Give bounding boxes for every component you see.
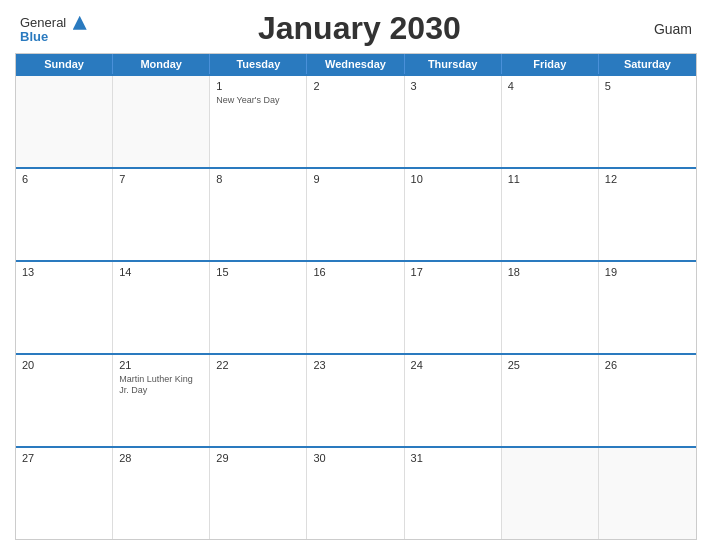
week4-sat: 26: [599, 355, 696, 446]
day-13: 13: [22, 266, 106, 278]
day-29: 29: [216, 452, 300, 464]
day-27: 27: [22, 452, 106, 464]
week4-sun: 20: [16, 355, 113, 446]
week5-sat: [599, 448, 696, 539]
week-5: 27 28 29 30 31: [16, 446, 696, 539]
week4-tue: 22: [210, 355, 307, 446]
day-2: 2: [313, 80, 397, 92]
day-3: 3: [411, 80, 495, 92]
day-11: 11: [508, 173, 592, 185]
week1-sat: 5: [599, 76, 696, 167]
col-sunday: Sunday: [16, 54, 113, 74]
calendar-title: January 2030: [87, 10, 632, 47]
day-25: 25: [508, 359, 592, 371]
day-24: 24: [411, 359, 495, 371]
logo: General Blue: [20, 14, 87, 43]
week1-thu: 3: [405, 76, 502, 167]
week5-tue: 29: [210, 448, 307, 539]
week-4: 20 21 Martin Luther King Jr. Day 22 23 2…: [16, 353, 696, 446]
calendar-body: 1 New Year's Day 2 3 4 5 6: [16, 74, 696, 539]
week3-mon: 14: [113, 262, 210, 353]
week4-mon: 21 Martin Luther King Jr. Day: [113, 355, 210, 446]
col-tuesday: Tuesday: [210, 54, 307, 74]
week5-thu: 31: [405, 448, 502, 539]
week3-sun: 13: [16, 262, 113, 353]
page: General Blue January 2030 Guam Sunday Mo…: [0, 0, 712, 550]
region-label: Guam: [632, 21, 692, 37]
week2-mon: 7: [113, 169, 210, 260]
col-wednesday: Wednesday: [307, 54, 404, 74]
col-monday: Monday: [113, 54, 210, 74]
day-8: 8: [216, 173, 300, 185]
week1-sun: [16, 76, 113, 167]
week1-fri: 4: [502, 76, 599, 167]
week5-sun: 27: [16, 448, 113, 539]
day-7: 7: [119, 173, 203, 185]
day-9: 9: [313, 173, 397, 185]
day-12: 12: [605, 173, 690, 185]
week4-thu: 24: [405, 355, 502, 446]
week2-sat: 12: [599, 169, 696, 260]
day-26: 26: [605, 359, 690, 371]
day-22: 22: [216, 359, 300, 371]
day-15: 15: [216, 266, 300, 278]
week5-fri: [502, 448, 599, 539]
week-2: 6 7 8 9 10 11 12: [16, 167, 696, 260]
week3-wed: 16: [307, 262, 404, 353]
week5-wed: 30: [307, 448, 404, 539]
day-4: 4: [508, 80, 592, 92]
day-30: 30: [313, 452, 397, 464]
logo-triangle-icon: [73, 16, 87, 30]
week3-tue: 15: [210, 262, 307, 353]
week1-wed: 2: [307, 76, 404, 167]
week-3: 13 14 15 16 17 18 19: [16, 260, 696, 353]
week4-wed: 23: [307, 355, 404, 446]
day-14: 14: [119, 266, 203, 278]
event-mlk: Martin Luther King Jr. Day: [119, 374, 203, 396]
col-saturday: Saturday: [599, 54, 696, 74]
week2-fri: 11: [502, 169, 599, 260]
week5-mon: 28: [113, 448, 210, 539]
day-1: 1: [216, 80, 300, 92]
week2-tue: 8: [210, 169, 307, 260]
week2-thu: 10: [405, 169, 502, 260]
calendar-grid: Sunday Monday Tuesday Wednesday Thursday…: [15, 53, 697, 540]
day-5: 5: [605, 80, 690, 92]
week2-sun: 6: [16, 169, 113, 260]
week-1: 1 New Year's Day 2 3 4 5: [16, 74, 696, 167]
col-friday: Friday: [502, 54, 599, 74]
col-thursday: Thursday: [405, 54, 502, 74]
event-new-years: New Year's Day: [216, 95, 300, 106]
day-20: 20: [22, 359, 106, 371]
day-18: 18: [508, 266, 592, 278]
week3-fri: 18: [502, 262, 599, 353]
week3-sat: 19: [599, 262, 696, 353]
week4-fri: 25: [502, 355, 599, 446]
week1-mon: [113, 76, 210, 167]
logo-blue-text: Blue: [20, 30, 87, 43]
week1-tue: 1 New Year's Day: [210, 76, 307, 167]
day-28: 28: [119, 452, 203, 464]
day-23: 23: [313, 359, 397, 371]
day-21: 21: [119, 359, 203, 371]
day-6: 6: [22, 173, 106, 185]
day-19: 19: [605, 266, 690, 278]
day-17: 17: [411, 266, 495, 278]
week3-thu: 17: [405, 262, 502, 353]
calendar-header: General Blue January 2030 Guam: [15, 10, 697, 47]
day-10: 10: [411, 173, 495, 185]
calendar-header-row: Sunday Monday Tuesday Wednesday Thursday…: [16, 54, 696, 74]
logo-general-text: General: [20, 15, 66, 30]
day-16: 16: [313, 266, 397, 278]
day-31: 31: [411, 452, 495, 464]
week2-wed: 9: [307, 169, 404, 260]
